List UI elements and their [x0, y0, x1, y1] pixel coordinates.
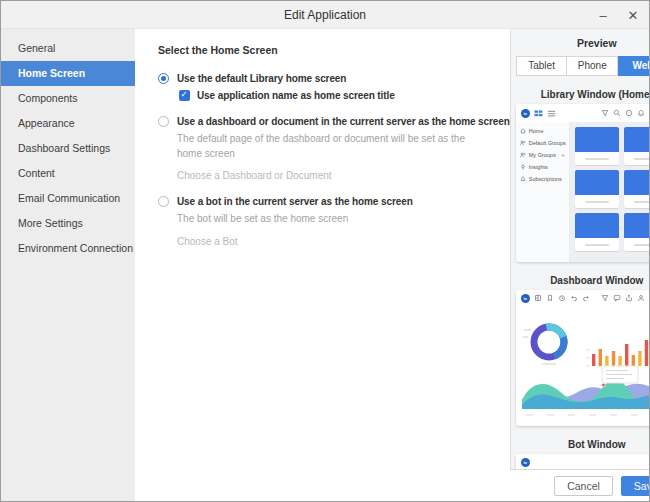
library-nav-my-groups[interactable]: My Groups +: [516, 149, 569, 161]
library-nav-insights[interactable]: Insights: [516, 161, 569, 173]
sidebar-item-appearance[interactable]: Appearance: [1, 111, 135, 136]
tab-web[interactable]: Web: [618, 56, 650, 76]
library-item-tile[interactable]: [624, 127, 650, 165]
sidebar-item-environment-connection[interactable]: Environment Connection: [1, 236, 135, 261]
library-card-grid: [570, 122, 650, 262]
option-description: The default page of the dashboard or doc…: [177, 132, 469, 161]
library-nav-default-groups[interactable]: Default Groups: [516, 137, 569, 149]
radio-bot-home[interactable]: [158, 196, 169, 207]
home-screen-settings: Select the Home Screen Use the default L…: [135, 29, 510, 470]
option-label[interactable]: Use a bot in the current server as the h…: [177, 196, 413, 207]
filter-icon[interactable]: [601, 109, 609, 117]
option-label[interactable]: Use a dashboard or document in the curre…: [177, 116, 510, 127]
settings-sidebar: General Home Screen Components Appearanc…: [1, 29, 135, 502]
bot-window-preview: in: [516, 454, 650, 470]
nav-label: Insights: [529, 164, 548, 170]
choose-bot-link[interactable]: Choose a Bot: [177, 236, 510, 247]
library-nav-subscriptions[interactable]: Subscriptions: [516, 173, 569, 185]
dashboard-charts-thumbnail: [516, 306, 650, 422]
history-icon[interactable]: [558, 294, 566, 302]
app-logo: in: [521, 109, 530, 118]
preview-device-tabs: Tablet Phone Web: [516, 56, 650, 76]
tab-tablet[interactable]: Tablet: [516, 56, 568, 76]
comment-icon[interactable]: [613, 294, 621, 302]
dialog-footer: Cancel Save: [135, 470, 650, 502]
library-item-tile[interactable]: [624, 170, 650, 208]
radio-dashboard-home[interactable]: [158, 116, 169, 127]
titlebar: Edit Application – ✕: [1, 1, 649, 29]
sidebar-item-home-screen[interactable]: Home Screen: [1, 61, 135, 86]
cancel-button[interactable]: Cancel: [554, 476, 613, 496]
checkbox-app-name-title[interactable]: [179, 90, 190, 101]
widgets-icon[interactable]: [534, 294, 542, 302]
add-group-icon[interactable]: +: [561, 152, 565, 158]
app-logo: in: [521, 294, 530, 303]
filter-icon[interactable]: [601, 294, 609, 302]
nav-label: Default Groups: [529, 140, 566, 146]
option-bot-home: Use a bot in the current server as the h…: [158, 196, 510, 247]
section-heading: Select the Home Screen: [158, 44, 510, 56]
undo-icon[interactable]: [570, 294, 578, 302]
save-button[interactable]: Save: [621, 476, 650, 496]
export-icon[interactable]: [625, 294, 633, 302]
sidebar-item-general[interactable]: General: [1, 36, 135, 61]
library-item-tile[interactable]: [624, 213, 650, 251]
library-nav-home[interactable]: Home: [516, 125, 569, 137]
edit-application-dialog: Edit Application – ✕ General Home Screen…: [0, 0, 650, 502]
nav-label: Subscriptions: [529, 176, 562, 182]
window-controls: – ✕: [595, 1, 641, 29]
option-label[interactable]: Use the default Library home screen: [177, 73, 346, 84]
sidebar-item-more-settings[interactable]: More Settings: [1, 211, 135, 236]
app-logo: in: [521, 458, 530, 467]
dialog-title: Edit Application: [284, 8, 366, 22]
library-item-tile[interactable]: [575, 213, 620, 251]
nav-label: Home: [529, 128, 544, 134]
dashboard-window-title: Dashboard Window: [511, 275, 650, 286]
dashboard-window-preview: in: [516, 290, 650, 426]
close-icon[interactable]: ✕: [625, 8, 641, 23]
notifications-icon[interactable]: [637, 109, 645, 117]
choose-dashboard-link[interactable]: Choose a Dashboard or Document: [177, 170, 510, 181]
library-item-tile[interactable]: [575, 170, 620, 208]
library-nav: Home Default Groups My Groups +: [516, 122, 570, 262]
radio-default-library[interactable]: [158, 73, 169, 84]
list-view-icon[interactable]: [547, 109, 556, 118]
option-description: The bot will be set as the home screen: [177, 212, 469, 227]
preview-panel: Preview Tablet Phone Web Library Window …: [510, 29, 650, 470]
library-window-preview: in: [516, 104, 650, 262]
bookmark-icon[interactable]: [546, 294, 554, 302]
grid-view-icon[interactable]: [534, 109, 543, 118]
sidebar-item-components[interactable]: Components: [1, 86, 135, 111]
preview-heading: Preview: [511, 37, 650, 49]
library-item-tile[interactable]: [575, 127, 620, 165]
tab-phone[interactable]: Phone: [567, 56, 618, 76]
option-default-library: Use the default Library home screen Use …: [158, 73, 510, 101]
sidebar-item-email-communication[interactable]: Email Communication: [1, 186, 135, 211]
search-icon[interactable]: [613, 109, 621, 117]
redo-icon[interactable]: [582, 294, 590, 302]
option-dashboard-home: Use a dashboard or document in the curre…: [158, 116, 510, 181]
checkbox-label[interactable]: Use application name as home screen titl…: [197, 90, 395, 101]
sidebar-item-dashboard-settings[interactable]: Dashboard Settings: [1, 136, 135, 161]
help-icon[interactable]: [625, 109, 633, 117]
user-icon[interactable]: [637, 294, 645, 302]
sidebar-item-content[interactable]: Content: [1, 161, 135, 186]
minimize-icon[interactable]: –: [595, 8, 611, 23]
library-window-title: Library Window (Home): [511, 89, 650, 100]
bot-window-title: Bot Window: [511, 439, 650, 450]
nav-label: My Groups: [529, 152, 556, 158]
